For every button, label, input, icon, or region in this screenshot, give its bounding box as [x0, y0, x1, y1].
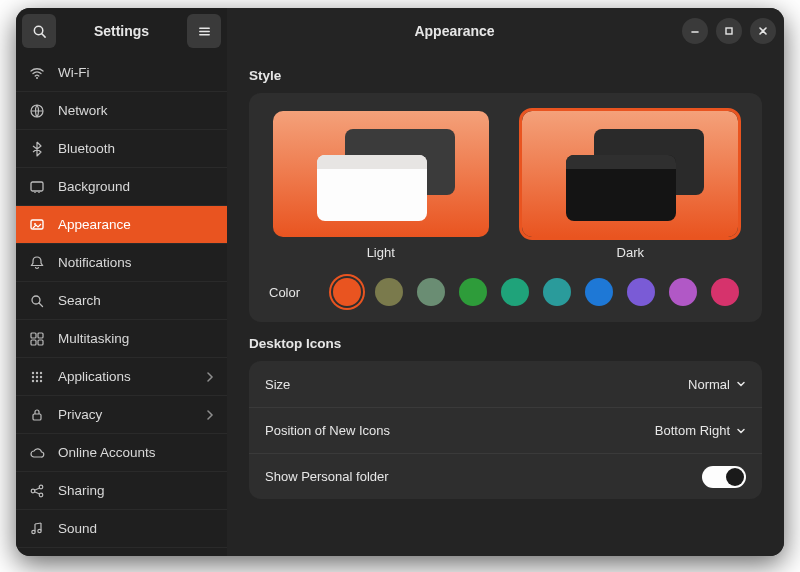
- sidebar-item-notifications[interactable]: Notifications: [16, 244, 227, 282]
- style-option-light[interactable]: Light: [269, 111, 493, 260]
- style-heading: Style: [249, 68, 762, 83]
- sidebar-item-background[interactable]: Background: [16, 168, 227, 206]
- style-options: Light Dark: [269, 111, 742, 260]
- sidebar-item-sharing[interactable]: Sharing: [16, 472, 227, 510]
- sidebar-item-privacy[interactable]: Privacy: [16, 396, 227, 434]
- svg-rect-4: [31, 182, 43, 191]
- sidebar-item-label: Multitasking: [58, 331, 129, 346]
- desktop-icons-position-row[interactable]: Position of New Icons Bottom Right: [249, 407, 762, 453]
- style-thumbnail-dark: [522, 111, 738, 237]
- sidebar-item-applications[interactable]: Applications: [16, 358, 227, 396]
- share-icon: [28, 482, 46, 500]
- color-swatch-green[interactable]: [459, 278, 487, 306]
- close-button[interactable]: [750, 18, 776, 44]
- sidebar-item-online-accounts[interactable]: Online Accounts: [16, 434, 227, 472]
- maximize-button[interactable]: [716, 18, 742, 44]
- chevron-right-icon: [205, 410, 215, 420]
- color-swatch-orange[interactable]: [333, 278, 361, 306]
- svg-point-20: [36, 379, 38, 381]
- wifi-icon: [28, 64, 46, 82]
- chevron-right-icon: [205, 372, 215, 382]
- apps-icon: [28, 368, 46, 386]
- sidebar-item-label: Applications: [58, 369, 131, 384]
- desktop-icons-heading: Desktop Icons: [249, 336, 762, 351]
- sidebar-item-label: Appearance: [58, 217, 131, 232]
- color-swatch-teal[interactable]: [501, 278, 529, 306]
- sidebar-item-label: Network: [58, 103, 108, 118]
- sidebar-item-label: Sharing: [58, 483, 105, 498]
- content: Style Light Dark: [227, 54, 784, 556]
- color-swatch-blue[interactable]: [585, 278, 613, 306]
- style-option-dark[interactable]: Dark: [519, 111, 743, 260]
- background-icon: [28, 178, 46, 196]
- row-value-text: Bottom Right: [655, 423, 730, 438]
- search-button[interactable]: [22, 14, 56, 48]
- row-value: Normal: [688, 377, 746, 392]
- color-swatch-red[interactable]: [711, 278, 739, 306]
- svg-point-25: [39, 493, 43, 497]
- music-icon: [28, 520, 46, 538]
- sidebar-nav: Wi-Fi Network Bluetooth Background Appea…: [16, 54, 227, 556]
- row-label: Size: [265, 377, 290, 392]
- svg-rect-10: [38, 333, 43, 338]
- search-icon: [32, 24, 47, 39]
- multitasking-icon: [28, 330, 46, 348]
- svg-point-23: [39, 485, 43, 489]
- sidebar-item-label: Online Accounts: [58, 445, 156, 460]
- svg-point-18: [40, 375, 42, 377]
- style-label: Light: [367, 245, 395, 260]
- sidebar-title: Settings: [62, 23, 181, 39]
- settings-window: Settings Wi-Fi Network Bluetooth Backgro…: [16, 8, 784, 556]
- sidebar-item-wifi[interactable]: Wi-Fi: [16, 54, 227, 92]
- svg-rect-29: [726, 28, 732, 34]
- svg-point-2: [36, 77, 38, 79]
- row-label: Position of New Icons: [265, 423, 390, 438]
- sidebar-item-bluetooth[interactable]: Bluetooth: [16, 130, 227, 168]
- color-swatch-olive[interactable]: [375, 278, 403, 306]
- personal-folder-toggle[interactable]: [702, 466, 746, 488]
- sidebar-item-label: Bluetooth: [58, 141, 115, 156]
- sidebar-item-label: Search: [58, 293, 101, 308]
- svg-point-13: [32, 371, 34, 373]
- svg-point-16: [32, 375, 34, 377]
- page-title: Appearance: [235, 23, 674, 39]
- svg-line-8: [39, 303, 43, 307]
- row-value: Bottom Right: [655, 423, 746, 438]
- svg-point-26: [32, 530, 35, 533]
- sidebar-item-search[interactable]: Search: [16, 282, 227, 320]
- color-label: Color: [269, 285, 311, 300]
- main-header: Appearance: [227, 8, 784, 54]
- row-value-text: Normal: [688, 377, 730, 392]
- color-swatch-cyan[interactable]: [543, 278, 571, 306]
- svg-point-14: [36, 371, 38, 373]
- chevron-down-icon: [736, 426, 746, 436]
- cloud-icon: [28, 444, 46, 462]
- color-swatch-magenta[interactable]: [669, 278, 697, 306]
- style-thumbnail-light: [273, 111, 489, 237]
- globe-icon: [28, 102, 46, 120]
- sidebar-item-appearance[interactable]: Appearance: [16, 206, 227, 244]
- minimize-icon: [690, 26, 700, 36]
- svg-rect-12: [38, 340, 43, 345]
- desktop-icons-size-row[interactable]: Size Normal: [249, 361, 762, 407]
- menu-button[interactable]: [187, 14, 221, 48]
- style-card: Light Dark Color: [249, 93, 762, 322]
- svg-line-1: [41, 33, 44, 36]
- search-icon: [28, 292, 46, 310]
- row-label: Show Personal folder: [265, 469, 389, 484]
- svg-rect-11: [31, 340, 36, 345]
- svg-rect-22: [33, 414, 41, 420]
- sidebar-item-network[interactable]: Network: [16, 92, 227, 130]
- sidebar-item-sound[interactable]: Sound: [16, 510, 227, 548]
- color-swatch-sage[interactable]: [417, 278, 445, 306]
- sidebar-header: Settings: [16, 8, 227, 54]
- bluetooth-icon: [28, 140, 46, 158]
- minimize-button[interactable]: [682, 18, 708, 44]
- hamburger-icon: [197, 24, 212, 39]
- sidebar-item-label: Background: [58, 179, 130, 194]
- style-label: Dark: [617, 245, 644, 260]
- svg-point-21: [40, 379, 42, 381]
- sidebar: Settings Wi-Fi Network Bluetooth Backgro…: [16, 8, 227, 556]
- sidebar-item-multitasking[interactable]: Multitasking: [16, 320, 227, 358]
- color-swatch-purple[interactable]: [627, 278, 655, 306]
